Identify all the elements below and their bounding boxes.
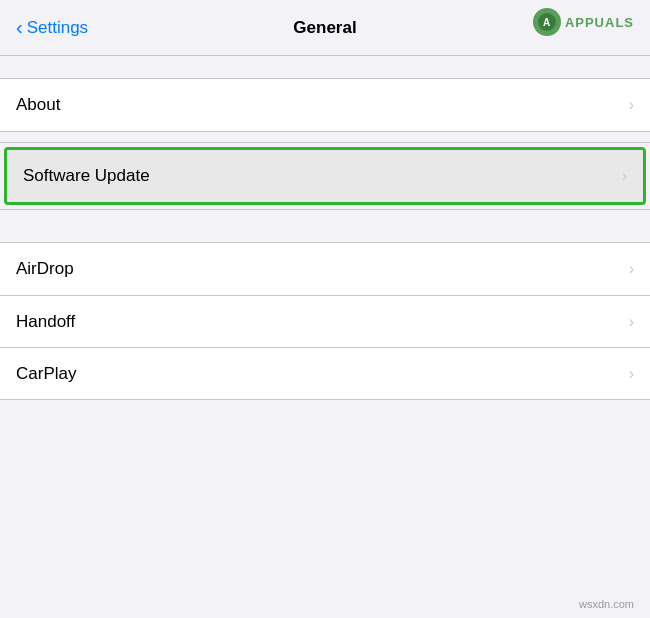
back-button[interactable]: ‹ Settings: [16, 16, 88, 39]
software-update-row[interactable]: Software Update ›: [4, 147, 646, 205]
section-gap-3: [0, 210, 650, 220]
section-about: About ›: [0, 78, 650, 132]
section-gap-1: [0, 56, 650, 78]
nav-bar: ‹ Settings General A APPUALS: [0, 0, 650, 56]
appuals-watermark: A APPUALS: [533, 8, 634, 36]
software-update-chevron-icon: ›: [622, 167, 627, 185]
handoff-chevron-icon: ›: [629, 313, 634, 331]
appuals-icon: A: [533, 8, 561, 36]
settings-general-screen: ‹ Settings General A APPUALS About ›: [0, 0, 650, 618]
carplay-label: CarPlay: [16, 364, 76, 384]
section-gap-4: [0, 220, 650, 242]
about-label: About: [16, 95, 60, 115]
section-continuity: AirDrop › Handoff › CarPlay ›: [0, 242, 650, 400]
content-area: About › Software Update › AirDrop › Hand…: [0, 56, 650, 618]
software-update-label: Software Update: [23, 166, 150, 186]
airdrop-chevron-icon: ›: [629, 260, 634, 278]
handoff-row[interactable]: Handoff ›: [0, 295, 650, 347]
carplay-row[interactable]: CarPlay ›: [0, 347, 650, 399]
airdrop-label: AirDrop: [16, 259, 74, 279]
page-title: General: [293, 18, 356, 38]
watermark-text: APPUALS: [565, 15, 634, 30]
svg-text:A: A: [543, 17, 551, 28]
section-gap-2: [0, 132, 650, 142]
carplay-chevron-icon: ›: [629, 365, 634, 383]
handoff-label: Handoff: [16, 312, 75, 332]
about-row[interactable]: About ›: [0, 79, 650, 131]
about-chevron-icon: ›: [629, 96, 634, 114]
airdrop-row[interactable]: AirDrop ›: [0, 243, 650, 295]
back-label: Settings: [27, 18, 88, 38]
bottom-watermark: wsxdn.com: [579, 598, 634, 610]
software-update-section: Software Update ›: [0, 142, 650, 210]
back-chevron-icon: ‹: [16, 16, 23, 39]
